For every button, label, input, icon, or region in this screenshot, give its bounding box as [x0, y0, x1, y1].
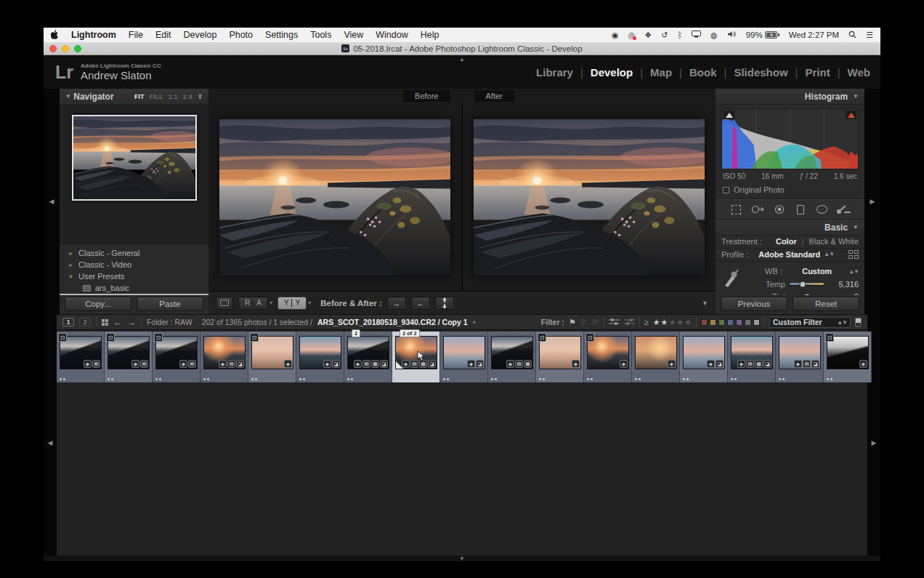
module-web[interactable]: Web — [848, 66, 870, 79]
paste-button[interactable]: Paste — [137, 297, 203, 311]
profile-select-caret-icon[interactable]: ▲▼ — [824, 251, 834, 257]
keywords-badge-icon[interactable]: ▤ — [140, 360, 148, 368]
filmstrip-scroll-right-arrow[interactable]: ▶ — [872, 439, 877, 446]
module-print[interactable]: Print — [806, 66, 830, 79]
navigator-header[interactable]: ▼ Navigator FITFILL1:11:4⇕ — [60, 89, 208, 105]
keywords-badge-icon[interactable]: ▤ — [803, 360, 811, 368]
battery-indicator[interactable]: 99% — [746, 31, 779, 39]
filmstrip-thumbnail-10[interactable]: ◈▤▦ — [488, 332, 536, 382]
previous-photo-arrow[interactable]: ← — [113, 317, 122, 327]
settings-badge-icon[interactable]: ◈ — [84, 360, 92, 368]
crop-badge-icon[interactable]: ◪ — [236, 360, 244, 368]
crop-tool-icon[interactable] — [729, 202, 745, 217]
reset-button[interactable]: Reset — [793, 297, 859, 311]
flagged-filter-icon[interactable]: ⚑ — [569, 318, 576, 327]
star-filter-3[interactable]: ★ — [668, 318, 676, 327]
next-photo-arrow[interactable]: → — [127, 317, 136, 327]
bluetooth-icon[interactable]: ᛒ — [677, 31, 682, 39]
settings-badge-icon[interactable]: ◈ — [284, 360, 292, 368]
menu-window[interactable]: Window — [376, 30, 408, 40]
thumbnail-photo[interactable]: ◈▤▦ — [491, 336, 533, 369]
profile-browser-icon[interactable] — [848, 250, 859, 259]
star-filter-2[interactable]: ★ — [661, 318, 668, 327]
histogram-graph[interactable] — [721, 108, 859, 169]
settings-badge-icon[interactable]: ◈ — [506, 360, 514, 368]
zoom-mode-fit[interactable]: FIT — [134, 93, 145, 100]
swap-before-after-button[interactable] — [435, 297, 454, 310]
stack-badge[interactable]: 2 — [352, 329, 360, 337]
settings-badge-icon[interactable]: ◈ — [467, 360, 475, 368]
settings-badge-icon[interactable]: ◈ — [707, 360, 715, 368]
settings-badge-icon[interactable]: ◈ — [737, 360, 745, 368]
filmstrip-thumbnail-12[interactable]: ◈⊡ — [584, 332, 632, 382]
menu-bar-clock[interactable]: Wed 2:27 PM — [789, 31, 839, 39]
second-window-button[interactable]: 2 — [79, 318, 91, 326]
after-image[interactable] — [474, 119, 705, 276]
spot-removal-tool-icon[interactable] — [750, 202, 766, 217]
thumbnail-photo[interactable]: ◈▤▦◪ — [731, 336, 773, 369]
group-disclosure-icon[interactable]: ► — [68, 262, 74, 268]
unflagged-filter-icon[interactable]: ⚐ — [580, 318, 588, 327]
stack-badge[interactable]: 2 of 2 — [400, 329, 420, 337]
close-window-button[interactable] — [49, 45, 57, 52]
volume-icon[interactable] — [727, 31, 737, 39]
show-top-panel-arrow[interactable]: ▲ — [459, 56, 465, 63]
preset-group-classic-video[interactable]: ►Classic - Video — [60, 259, 208, 270]
copy-button[interactable]: Copy... — [65, 297, 131, 311]
module-slideshow[interactable]: Slideshow — [734, 66, 787, 79]
apple-menu-icon[interactable] — [51, 30, 59, 41]
original-photo-checkbox[interactable] — [723, 187, 729, 193]
filmstrip-thumbnail-15[interactable]: ◈▤▦◪ — [728, 332, 776, 382]
module-book[interactable]: Book — [689, 66, 717, 79]
menu-file[interactable]: File — [129, 30, 143, 40]
thumbnail-photo[interactable]: ◈ — [635, 336, 677, 369]
dropbox-icon[interactable]: ❖ — [644, 31, 652, 39]
filmstrip-scroll-left-arrow[interactable]: ◀ — [48, 439, 53, 446]
color-label-filter-2[interactable] — [710, 319, 716, 326]
zoom-mode-fill[interactable]: FILL — [149, 93, 163, 100]
copy-before-to-after-button[interactable]: → — [387, 297, 406, 310]
menu-develop[interactable]: Develop — [184, 30, 217, 40]
filmstrip-thumbnail-6[interactable]: ◈◪ — [296, 332, 344, 382]
red-eye-tool-icon[interactable] — [771, 202, 787, 217]
settings-badge-icon[interactable]: ◈ — [402, 360, 410, 368]
thumbnail-photo[interactable]: ◈▤▦◪ — [395, 336, 437, 369]
star-filter-4[interactable]: ★ — [676, 318, 684, 327]
filmstrip-thumbnail-5[interactable]: ◈⊡ — [248, 332, 296, 382]
previous-button[interactable]: Previous — [721, 297, 787, 311]
color-label-filter-4[interactable] — [727, 319, 734, 326]
rejected-filter-icon[interactable]: ⚐ — [592, 318, 599, 327]
file-info-caret-icon[interactable]: ▾ — [473, 319, 476, 326]
color-label-filter-7[interactable] — [753, 319, 760, 326]
group-disclosure-icon[interactable]: ▼ — [68, 274, 74, 279]
settings-badge-icon[interactable]: ◈ — [859, 360, 867, 368]
module-library[interactable]: Library — [536, 66, 573, 79]
hide-right-panel-arrow[interactable]: ▶ — [870, 198, 875, 205]
filmstrip-thumbnail-14[interactable]: ◈◪ — [680, 332, 728, 382]
navigator-preview-image[interactable] — [72, 115, 197, 201]
module-map[interactable]: Map — [650, 66, 672, 79]
adjustment-brush-tool-icon[interactable] — [835, 202, 851, 217]
collection-badge-icon[interactable]: ▦ — [371, 360, 379, 368]
collection-badge-icon[interactable]: ▦ — [524, 360, 532, 368]
zoom-mode-1-4[interactable]: 1:4 — [182, 93, 192, 100]
before-after-view-button[interactable]: YY — [277, 297, 307, 310]
filmstrip-thumbnail-8[interactable]: ◈▤▦◪2 of 2 — [392, 332, 440, 382]
star-filter-5[interactable]: ★ — [684, 318, 692, 327]
crop-badge-icon[interactable]: ◪ — [716, 360, 724, 368]
hide-left-panel-arrow[interactable]: ◀ — [49, 198, 54, 205]
thumbnail-photo[interactable]: ◈◪ — [683, 336, 725, 369]
module-develop[interactable]: Develop — [591, 66, 633, 79]
keywords-badge-icon[interactable]: ▤ — [362, 360, 370, 368]
zoom-mode-1-1[interactable]: 1:1 — [168, 93, 177, 100]
slider-thumb[interactable] — [799, 281, 806, 287]
radial-filter-tool-icon[interactable] — [814, 202, 830, 217]
crop-badge-icon[interactable]: ◪ — [763, 360, 771, 368]
keywords-badge-icon[interactable]: ▤ — [92, 360, 100, 368]
reference-view-button[interactable]: RA — [238, 297, 268, 310]
filmstrip-thumbnail-9[interactable]: ◈◪ — [440, 332, 488, 382]
filmstrip-thumbnail-13[interactable]: ◈ — [632, 332, 680, 382]
crop-badge-icon[interactable]: ◪ — [476, 360, 484, 368]
folder-source-label[interactable]: Folder : RAW — [147, 318, 192, 326]
keywords-badge-icon[interactable]: ▤ — [227, 360, 235, 368]
